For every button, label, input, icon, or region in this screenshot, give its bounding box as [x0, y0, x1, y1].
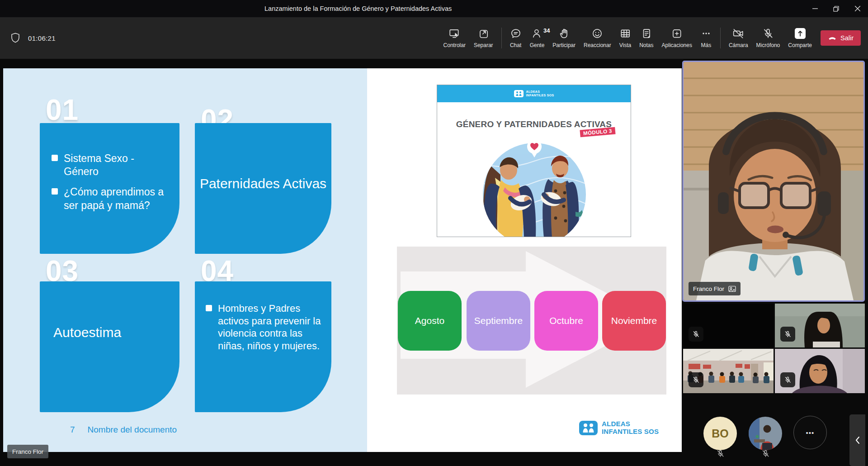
- main-video-tile[interactable]: Franco Flor: [682, 61, 865, 302]
- people-icon: 34: [531, 28, 543, 39]
- notes-icon: [641, 28, 652, 39]
- popout-icon: [477, 28, 489, 39]
- overflow-participants-button[interactable]: •••: [793, 416, 827, 449]
- camera-off-icon: [732, 28, 744, 39]
- mic-muted-icon: [761, 449, 770, 458]
- more-button[interactable]: Más: [696, 17, 716, 59]
- camera-button[interactable]: Cámara: [725, 17, 752, 59]
- topic-title: Autoestima: [40, 281, 179, 340]
- mic-muted-badge: [689, 372, 703, 387]
- module-card-header: ALDEAS INFANTILES SOS: [437, 85, 631, 102]
- hangup-icon: [828, 33, 837, 43]
- participant-video: [684, 62, 863, 300]
- grid-view-icon: [619, 28, 631, 39]
- topic-bullet: ¿Cómo aprendimos a ser papá y mamá?: [64, 185, 171, 212]
- react-button[interactable]: Reaccionar: [580, 17, 615, 59]
- mic-muted-icon: [716, 449, 725, 458]
- add-app-icon: [671, 28, 683, 39]
- notes-button[interactable]: Notas: [635, 17, 657, 59]
- module-card: ALDEAS INFANTILES SOS GÉNERO Y PATERNIDA…: [437, 85, 631, 237]
- collapse-panel-button[interactable]: [849, 414, 865, 466]
- slide-footer: 7 Nombre del documento: [70, 425, 177, 435]
- module-illustration: [437, 135, 631, 237]
- aldeas-brand-text: ALDEAS INFANTILES SOS: [526, 90, 554, 97]
- avatar-photo-image: [749, 417, 782, 450]
- mic-muted-badge: [780, 372, 795, 387]
- screen-control-icon: [448, 28, 460, 39]
- topic-number: 01: [46, 95, 79, 124]
- bullet-marker: [206, 305, 212, 311]
- timeline-month: Agosto: [398, 291, 462, 351]
- share-tray-icon: [794, 28, 806, 39]
- slide-page-number: 7: [70, 425, 75, 435]
- chat-icon: [510, 28, 522, 39]
- raise-hand-button[interactable]: Participar: [548, 17, 580, 59]
- topic-box-3: Autoestima: [40, 281, 179, 412]
- avatar-photo[interactable]: [749, 417, 782, 450]
- titlebar: Lanzamiento de la Formación de Género y …: [0, 0, 868, 17]
- module-title: GÉNERO Y PATERNIDADES ACTIVAS: [437, 102, 631, 129]
- share-button[interactable]: Comparte: [784, 17, 816, 59]
- bullet-marker: [52, 188, 58, 195]
- bullet-marker: [52, 155, 58, 161]
- aldeas-logo: ALDEAS INFANTILES SOS: [579, 420, 659, 435]
- aldeas-logo-icon: [579, 421, 598, 435]
- chat-button[interactable]: Chat: [506, 17, 526, 59]
- leave-button[interactable]: Salir: [821, 30, 861, 46]
- raised-hand-icon: [558, 28, 570, 39]
- timeline-month: Noviembre: [602, 291, 666, 351]
- video-tile-participant[interactable]: [775, 349, 865, 393]
- mic-off-icon: [762, 28, 774, 39]
- mic-button[interactable]: Micrófono: [752, 17, 784, 59]
- mic-muted-badge: [689, 327, 703, 342]
- video-tile-room[interactable]: [683, 349, 774, 393]
- ellipsis-icon: [700, 28, 712, 39]
- slide-doc-name: Nombre del documento: [88, 425, 177, 435]
- minimize-button[interactable]: [804, 0, 826, 17]
- chevron-left-icon: [855, 436, 860, 445]
- restore-button[interactable]: [826, 0, 847, 17]
- people-button[interactable]: 34 Gente: [526, 17, 549, 59]
- smiley-icon: [591, 28, 603, 39]
- aldeas-logo-text: ALDEAS INFANTILES SOS: [602, 420, 659, 435]
- participant-name: Franco Flor: [693, 285, 724, 292]
- timeline-month: Septiembre: [467, 291, 530, 351]
- aldeas-logo-icon: [514, 90, 524, 97]
- video-tile-participant[interactable]: [775, 304, 865, 347]
- window-controls: [804, 0, 868, 17]
- ellipsis-icon: •••: [806, 429, 815, 437]
- share-presenter-label: Franco Flor: [7, 445, 48, 458]
- slide-left-panel: 01 Sistema Sexo - Género ¿Cómo aprendimo…: [3, 68, 367, 452]
- timeline-band: Agosto Septiembre Octubre Noviembre: [397, 247, 666, 395]
- view-button[interactable]: Vista: [615, 17, 635, 59]
- close-button[interactable]: [847, 0, 868, 17]
- topic-box-2: Paternidades Activas: [195, 123, 331, 254]
- topic-title: Paternidades Activas: [195, 123, 331, 191]
- shield-icon: [10, 32, 21, 44]
- participant-name-label: Franco Flor: [689, 282, 741, 295]
- video-tile-camera-off[interactable]: [683, 304, 774, 347]
- teams-meeting-window: Lanzamiento de la Formación de Género y …: [0, 0, 868, 466]
- toolbar-divider: [720, 28, 721, 48]
- topic-bullet: Hombres y Padres activos para prevenir l…: [218, 302, 325, 352]
- mic-muted-badge: [780, 327, 795, 342]
- toolbar-divider: [501, 28, 502, 48]
- popout-button[interactable]: Separar: [470, 17, 497, 59]
- meeting-toolbar: 01:06:21 Controlar Separar: [0, 17, 868, 59]
- topic-box-1: Sistema Sexo - Género ¿Cómo aprendimos a…: [40, 123, 179, 254]
- topic-box-4: Hombres y Padres activos para prevenir l…: [195, 281, 331, 412]
- apps-button[interactable]: Aplicaciones: [658, 17, 696, 59]
- timeline-month: Octubre: [534, 291, 598, 351]
- control-button[interactable]: Controlar: [439, 17, 470, 59]
- topic-bullet: Sistema Sexo - Género: [64, 152, 171, 178]
- avatar-initials[interactable]: BO: [703, 417, 737, 450]
- shared-screen: 01 Sistema Sexo - Género ¿Cómo aprendimo…: [3, 68, 682, 452]
- people-count-badge: 34: [543, 27, 550, 34]
- meeting-timer: 01:06:21: [28, 34, 56, 42]
- meeting-title: Lanzamiento de la Formación de Género y …: [264, 0, 452, 17]
- spotlight-icon: [728, 285, 736, 292]
